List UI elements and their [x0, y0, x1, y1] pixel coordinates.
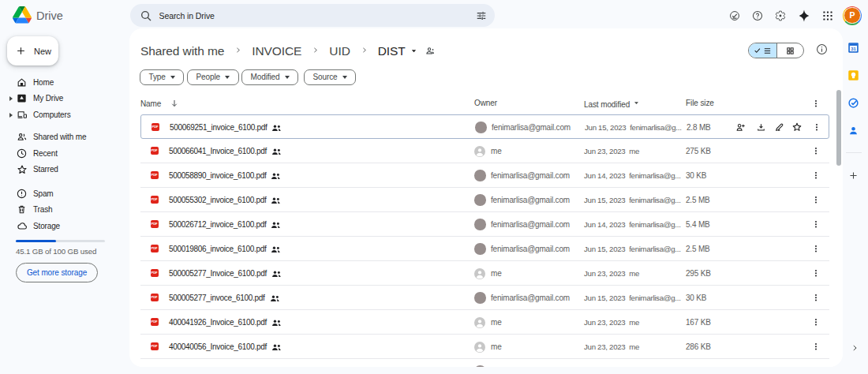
- svg-text:31: 31: [851, 47, 856, 51]
